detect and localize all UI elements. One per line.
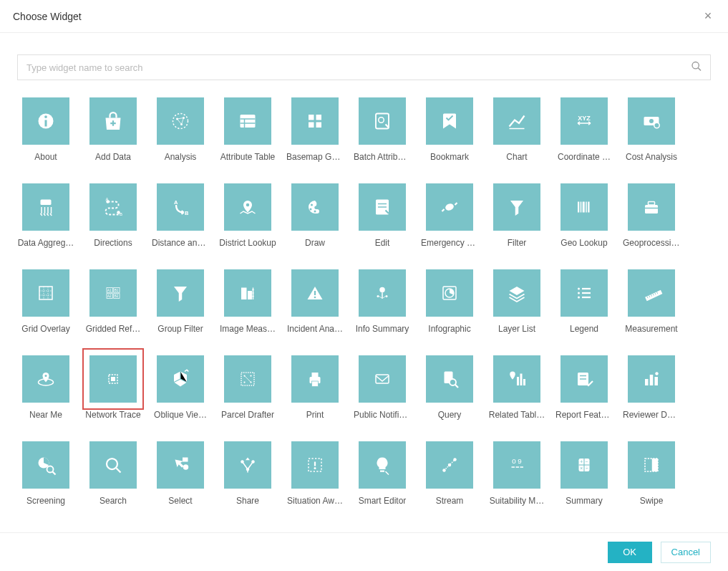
widget-print[interactable]: Print <box>286 355 344 420</box>
widget-grid-overlay[interactable]: Grid Overlay <box>17 269 74 334</box>
widget-incident-analysis[interactable]: Incident Ana… <box>286 269 344 334</box>
widget-summary[interactable]: +−×÷Summary <box>555 441 613 506</box>
widget-stream[interactable]: Stream <box>421 441 478 506</box>
widget-coordinate-conv[interactable]: XYZCoordinate … <box>555 97 613 162</box>
widget-label: Filter <box>488 238 545 248</box>
widget-attribute-table[interactable]: Attribute Table <box>219 97 276 162</box>
widget-distance-direction[interactable]: ABDistance and… <box>152 183 209 248</box>
widget-reviewer-dash[interactable]: Reviewer Da… <box>623 355 680 420</box>
widget-filter[interactable]: Filter <box>488 183 545 248</box>
widget-swipe[interactable]: Swipe <box>623 441 680 506</box>
svg-line-119 <box>52 471 56 475</box>
widget-batch-attribute[interactable]: Batch Attribu… <box>354 97 411 162</box>
svg-point-0 <box>692 62 699 69</box>
list-icon <box>560 269 608 317</box>
widget-label: Swipe <box>623 496 680 506</box>
svg-rect-93 <box>111 377 115 381</box>
widget-gridded-ref[interactable]: A1B1A2B2Gridded Ref… <box>84 269 142 334</box>
widget-directions[interactable]: ABDirections <box>84 183 142 248</box>
svg-text:+: + <box>580 459 583 464</box>
widget-draw[interactable]: Draw <box>286 183 344 248</box>
widget-parcel-drafter[interactable]: Parcel Drafter <box>219 355 276 420</box>
pie-box-icon <box>426 269 473 317</box>
widget-near-me[interactable]: Near Me <box>17 355 74 420</box>
ab-arrow-icon: AB <box>157 183 204 231</box>
svg-point-78 <box>578 292 580 294</box>
svg-point-70 <box>314 297 316 299</box>
widget-label: Chart <box>488 152 545 162</box>
svg-point-36 <box>310 208 312 211</box>
widget-group-filter[interactable]: Group Filter <box>152 269 209 334</box>
widget-screening[interactable]: Screening <box>17 441 74 506</box>
widget-label: Stream <box>421 496 478 506</box>
svg-line-1 <box>698 68 701 71</box>
svg-text:B: B <box>185 210 189 216</box>
widget-search[interactable]: Search <box>84 441 142 506</box>
dialog-header: Choose Widget × <box>0 0 728 33</box>
svg-rect-45 <box>586 202 587 213</box>
widget-district-lookup[interactable]: District Lookup <box>219 183 276 248</box>
ok-button[interactable]: OK <box>608 542 652 563</box>
widget-measurement[interactable]: Measurement <box>623 269 680 334</box>
widget-label: Grid Overlay <box>17 324 74 334</box>
widget-geo-lookup[interactable]: Geo Lookup <box>555 183 613 248</box>
widget-label: Coordinate … <box>555 152 613 162</box>
svg-text:XYZ: XYZ <box>578 115 591 122</box>
widget-chart[interactable]: Chart <box>488 97 545 162</box>
widget-emergency-response[interactable]: Emergency R… <box>421 183 478 248</box>
pin-area-icon <box>224 183 271 231</box>
widget-situation-aware[interactable]: Situation Aw… <box>286 441 344 506</box>
widget-oblique-viewer[interactable]: Oblique Vie… <box>152 355 209 420</box>
widget-infographic[interactable]: Infographic <box>421 269 478 334</box>
widget-basemap-gallery[interactable]: Basemap Ga… <box>286 97 344 162</box>
svg-rect-47 <box>645 205 658 213</box>
svg-point-34 <box>246 203 250 207</box>
svg-text:B: B <box>120 212 122 216</box>
widget-legend[interactable]: Legend <box>555 269 613 334</box>
widget-geoprocessing[interactable]: Geoprocessing <box>623 183 680 248</box>
note-check-icon <box>560 355 608 403</box>
svg-rect-23 <box>41 200 52 206</box>
search-input[interactable] <box>17 54 711 80</box>
svg-rect-50 <box>39 287 52 299</box>
doc-search-icon <box>426 355 473 403</box>
widget-data-aggregation[interactable]: Data Aggreg… <box>17 183 74 248</box>
widget-label: Legend <box>555 324 613 334</box>
widget-image-meas[interactable]: Image Meas… <box>219 269 276 334</box>
note-edit-icon <box>359 183 406 231</box>
widget-edit[interactable]: Edit <box>354 183 411 248</box>
svg-rect-13 <box>309 115 314 120</box>
svg-text:B1: B1 <box>115 289 119 292</box>
widget-about[interactable]: About <box>17 97 74 162</box>
widget-smart-editor[interactable]: Smart Editor <box>354 441 411 506</box>
widget-select[interactable]: Select <box>152 441 209 506</box>
widget-add-data[interactable]: Add Data <box>84 97 142 162</box>
widget-grid-scroll[interactable]: AboutAdd DataAnalysisAttribute TableBase… <box>17 97 711 532</box>
widget-info-summary[interactable]: Info Summary <box>354 269 411 334</box>
svg-rect-63 <box>241 288 247 300</box>
widget-share[interactable]: Share <box>219 441 276 506</box>
widget-network-trace[interactable]: Network Trace <box>84 355 142 420</box>
cancel-button[interactable]: Cancel <box>661 542 711 563</box>
widget-bookmark[interactable]: Bookmark <box>421 97 478 162</box>
widget-layer-list[interactable]: Layer List <box>488 269 545 334</box>
svg-text:A: A <box>174 199 178 206</box>
widget-public-notif[interactable]: Public Notific… <box>354 355 411 420</box>
widget-analysis[interactable]: Analysis <box>152 97 209 162</box>
widget-cost-analysis[interactable]: Cost Analysis <box>623 97 680 162</box>
svg-rect-107 <box>517 377 519 385</box>
svg-point-35 <box>311 204 313 206</box>
widget-related-table[interactable]: Related Tabl… <box>488 355 545 420</box>
svg-text:A2: A2 <box>107 294 112 298</box>
widget-query[interactable]: Query <box>421 355 478 420</box>
widget-label: Image Meas… <box>219 324 276 334</box>
funnel-icon <box>493 183 540 231</box>
close-icon[interactable]: × <box>701 9 715 24</box>
grid4-icon <box>291 97 339 145</box>
widget-report-feature[interactable]: Report Feature <box>555 355 613 420</box>
widget-suitability[interactable]: 0 9Suitability M… <box>488 441 545 506</box>
building-ruler-icon <box>224 269 271 317</box>
widget-label: Network Trace <box>84 410 142 420</box>
bag-plus-icon <box>89 97 137 145</box>
svg-point-41 <box>445 203 455 212</box>
